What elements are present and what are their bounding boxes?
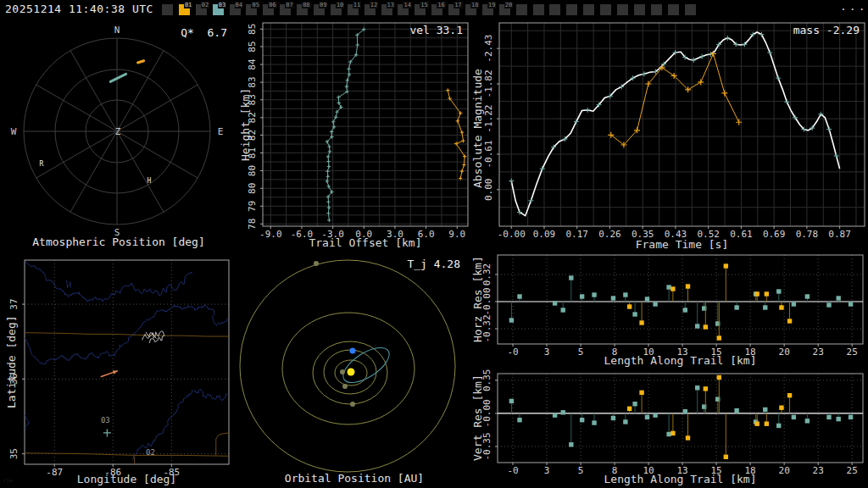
orbit-plot <box>237 251 471 488</box>
tab-number: 19 <box>487 2 496 8</box>
vert-residuals-panel: -0358101315182023250.35-0.00-0.35 Vert R… <box>471 369 868 488</box>
event-tab-blank[interactable] <box>566 2 583 18</box>
event-tab-08[interactable]: 08 <box>297 2 314 18</box>
svg-text:84: 84 <box>247 58 258 70</box>
event-tab-04[interactable]: 04 <box>230 2 247 18</box>
ground-track-map: -87-86-853736350302 <box>0 251 237 488</box>
tab-square-icon <box>583 4 594 15</box>
svg-text:Z: Z <box>115 126 121 137</box>
tab-number: 12 <box>370 2 378 8</box>
vert-res-axis-label: Vert Res [km] <box>471 374 484 461</box>
tab-number: 03 <box>218 2 226 8</box>
q-value-label: Q* 6.7 <box>181 26 227 39</box>
event-tab-blank[interactable] <box>549 2 566 18</box>
tab-number: 08 <box>302 2 310 8</box>
length-along-trail-label-1: Length Along Trail [km] <box>498 354 863 367</box>
svg-text:-1.22: -1.22 <box>483 105 494 133</box>
event-tab-09[interactable]: 09 <box>314 2 331 18</box>
event-tab-11[interactable]: 11 <box>348 2 364 18</box>
tab-number: 06 <box>268 2 276 8</box>
tab-square-icon <box>617 4 628 15</box>
event-tab-blank[interactable] <box>668 2 685 18</box>
svg-text:78: 78 <box>247 219 258 230</box>
svg-text:E: E <box>218 126 224 137</box>
svg-text:-2.43: -2.43 <box>483 35 494 63</box>
svg-text:-1.82: -1.82 <box>483 69 494 97</box>
svg-text:79: 79 <box>247 201 258 212</box>
event-tab-16[interactable]: 16 <box>431 2 448 18</box>
tab-number: 07 <box>285 2 293 8</box>
height-profile-plot: -9.0-6.0-3.00.03.06.09.08585848383828281… <box>237 19 471 251</box>
tab-number: 17 <box>453 2 462 8</box>
event-tab-10[interactable]: 10 <box>331 2 348 18</box>
tab-number: 15 <box>420 2 428 8</box>
tab-square-icon <box>634 4 645 15</box>
tab-square-icon <box>668 4 679 15</box>
timestamp: 20251214 11:40:38 UTC <box>5 3 153 15</box>
event-tab-15[interactable]: 15 <box>415 2 431 18</box>
event-tab-12[interactable]: 12 <box>364 2 381 18</box>
event-tab-06[interactable]: 06 <box>263 2 280 18</box>
event-tab-01[interactable]: 01 <box>179 2 196 18</box>
orbit-plot-title: Orbital Position [AU] <box>237 472 471 485</box>
tab-square-icon <box>549 4 560 15</box>
svg-text:80: 80 <box>247 183 258 194</box>
event-tabs[interactable]: 0102030405060708091011121314151617181920 <box>162 2 702 18</box>
svg-text:H: H <box>147 177 152 185</box>
event-tab-blank[interactable] <box>634 2 651 18</box>
svg-text:85: 85 <box>247 41 258 52</box>
svg-text:35: 35 <box>8 448 19 459</box>
svg-text:-0.61: -0.61 <box>483 140 494 168</box>
polar-plot-title: Atmospheric Position [deg] <box>0 236 237 248</box>
horz-res-axis-label: Horz Res [km] <box>471 256 484 342</box>
svg-text:02: 02 <box>146 448 155 457</box>
trail-offset-axis-label: Trail Offset [km] <box>263 236 468 249</box>
tab-square-icon <box>533 4 544 15</box>
tab-number: 05 <box>251 2 259 8</box>
event-tab-19[interactable]: 19 <box>482 2 499 18</box>
event-tab-20[interactable]: 20 <box>499 2 516 18</box>
event-tab-blank[interactable] <box>583 2 600 18</box>
velocity-label: vel 33.1 <box>409 24 463 36</box>
overflow-menu[interactable]: ... <box>840 0 867 13</box>
tab-number: 18 <box>470 2 479 8</box>
tab-square-icon <box>162 4 173 15</box>
length-along-trail-label-2: Length Along Trail [km] <box>498 473 863 485</box>
event-tab-blank[interactable] <box>600 2 617 18</box>
svg-text:N: N <box>114 25 120 36</box>
event-tab-17[interactable]: 17 <box>448 2 465 18</box>
event-tab-13[interactable]: 13 <box>381 2 398 18</box>
event-tab-blank[interactable] <box>685 2 702 18</box>
tab-number: 10 <box>336 2 344 8</box>
svg-text:03: 03 <box>101 416 110 424</box>
vert-residuals-plot: -0358101315182023250.35-0.00-0.35 <box>471 369 868 488</box>
event-tab-02[interactable]: 02 <box>196 2 213 18</box>
orbital-position-panel: T_j 4.28 Orbital Position [AU] <box>237 251 471 488</box>
event-tab-blank[interactable] <box>651 2 668 18</box>
event-tab-14[interactable]: 14 <box>398 2 415 18</box>
event-tab-18[interactable]: 18 <box>465 2 482 18</box>
event-tab-blank[interactable] <box>162 2 179 18</box>
polar-plot: NSEWZRH <box>0 19 237 251</box>
svg-text:R: R <box>40 160 44 168</box>
magnitude-axis-label: Absolute Magnitude <box>471 69 484 188</box>
height-profile-panel: -9.0-6.0-3.00.03.06.09.08585848383828281… <box>237 19 471 251</box>
atmospheric-position-panel: NSEWZRH Q* 6.7 Atmospheric Position [deg… <box>0 19 237 251</box>
tab-square-icon <box>566 4 577 15</box>
horz-residuals-panel: -0358101315182023250.32-0.00-0.32 Horz R… <box>471 251 868 369</box>
event-tab-03[interactable]: 03 <box>213 2 230 18</box>
svg-text:0.00: 0.00 <box>483 179 494 202</box>
tab-number: 13 <box>387 2 395 8</box>
event-tab-blank[interactable] <box>533 2 550 18</box>
event-tab-07[interactable]: 07 <box>280 2 297 18</box>
svg-text:37: 37 <box>8 298 19 309</box>
tab-number: 11 <box>353 2 361 8</box>
tab-square-icon <box>600 4 611 15</box>
event-tab-05[interactable]: 05 <box>246 2 263 18</box>
event-tab-blank[interactable] <box>516 2 533 18</box>
light-curve-plot: -0.000.090.170.260.350.430.520.610.690.7… <box>471 19 868 251</box>
tab-number: 04 <box>235 2 243 8</box>
longitude-axis-label: Longitude [deg] <box>25 473 229 485</box>
event-tab-blank[interactable] <box>617 2 634 18</box>
horz-residuals-plot: -0358101315182023250.32-0.00-0.32 <box>471 251 868 369</box>
